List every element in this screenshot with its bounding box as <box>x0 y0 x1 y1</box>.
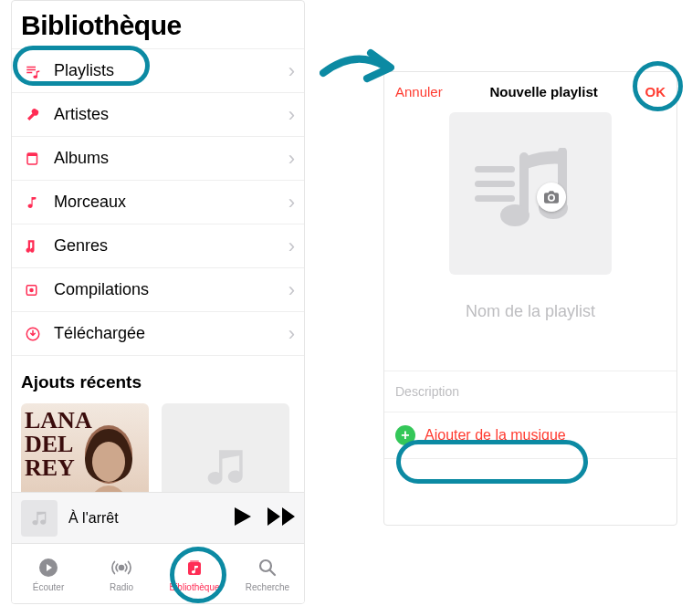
add-music-button[interactable]: + Ajouter de la musique <box>384 412 676 458</box>
search-icon <box>257 555 278 580</box>
row-label: Morceaux <box>54 193 126 212</box>
svg-rect-15 <box>475 195 515 202</box>
now-playing-bar[interactable]: À l'arrêt <box>12 492 304 543</box>
new-playlist-modal: Annuler Nouvelle playlist OK Nom de la p… <box>383 71 677 526</box>
svg-rect-10 <box>190 560 199 562</box>
modal-title: Nouvelle playlist <box>489 84 597 99</box>
playlist-cover-placeholder[interactable] <box>449 112 612 275</box>
chevron-right-icon: › <box>288 278 295 302</box>
radio-icon <box>110 555 133 580</box>
recents-title: Ajouts récents <box>12 356 304 403</box>
chevron-right-icon: › <box>288 322 295 346</box>
svg-point-8 <box>119 565 125 571</box>
library-category-list: Playlists › Artistes › Albums › Morceaux… <box>12 48 304 356</box>
cancel-button[interactable]: Annuler <box>395 84 443 99</box>
tab-search[interactable]: Recherche <box>231 544 304 603</box>
row-downloaded[interactable]: Téléchargée › <box>12 312 304 356</box>
music-note-icon <box>200 442 251 493</box>
library-screen: Bibliothèque Playlists › Artistes › Albu… <box>11 0 305 604</box>
playlist-name-input[interactable]: Nom de la playlist <box>466 302 595 321</box>
tab-bar: Écouter Radio Bibliothèque Recherche <box>12 543 304 603</box>
chevron-right-icon: › <box>288 235 295 258</box>
divider <box>384 458 676 459</box>
row-label: Artistes <box>54 105 109 124</box>
arrow-annotation <box>320 40 394 91</box>
svg-rect-14 <box>475 181 515 187</box>
tab-radio[interactable]: Radio <box>85 544 158 603</box>
row-label: Compilations <box>54 280 149 299</box>
svg-point-16 <box>500 204 529 226</box>
playlist-icon <box>21 63 45 79</box>
row-genres[interactable]: Genres › <box>12 224 304 268</box>
fast-forward-button[interactable] <box>267 507 295 529</box>
tab-listen[interactable]: Écouter <box>12 544 85 603</box>
music-note-icon <box>21 194 45 211</box>
row-compilations[interactable]: Compilations › <box>12 268 304 312</box>
row-playlists[interactable]: Playlists › <box>12 49 304 93</box>
chevron-right-icon: › <box>288 103 295 127</box>
album-icon <box>21 151 45 167</box>
modal-header: Annuler Nouvelle playlist OK <box>384 72 676 109</box>
chevron-right-icon: › <box>288 147 295 171</box>
row-label: Albums <box>54 149 109 168</box>
row-label: Téléchargée <box>54 324 145 343</box>
guitar-icon <box>21 238 45 255</box>
page-title: Bibliothèque <box>12 1 304 48</box>
tab-library[interactable]: Bibliothèque <box>158 544 231 603</box>
svg-rect-1 <box>27 153 37 156</box>
compilation-icon <box>21 282 45 298</box>
description-input[interactable]: Description <box>384 371 676 412</box>
row-artists[interactable]: Artistes › <box>12 93 304 137</box>
tab-label: Bibliothèque <box>169 582 219 592</box>
chevron-right-icon: › <box>288 191 295 214</box>
tab-label: Écouter <box>33 582 64 592</box>
download-icon <box>21 326 45 342</box>
library-icon <box>183 555 205 580</box>
tab-label: Radio <box>110 582 133 592</box>
svg-rect-13 <box>475 166 515 172</box>
now-playing-thumbnail <box>21 500 58 537</box>
row-songs[interactable]: Morceaux › <box>12 181 304 224</box>
playlist-body: Nom de la playlist Description + Ajouter… <box>384 109 676 459</box>
camera-button[interactable] <box>537 183 566 212</box>
row-label: Genres <box>54 236 108 256</box>
camera-icon <box>544 191 559 204</box>
svg-point-3 <box>29 287 34 292</box>
tab-label: Recherche <box>246 582 289 592</box>
ok-button[interactable]: OK <box>645 84 666 99</box>
svg-line-12 <box>270 570 275 575</box>
svg-point-11 <box>260 560 271 571</box>
now-playing-status: À l'arrêt <box>68 510 119 527</box>
add-music-label: Ajouter de la musique <box>425 427 566 444</box>
play-button[interactable] <box>235 507 251 529</box>
row-label: Playlists <box>54 61 114 80</box>
music-notes-icon <box>471 148 590 239</box>
row-albums[interactable]: Albums › <box>12 137 304 181</box>
music-note-icon <box>29 508 49 528</box>
plus-icon: + <box>395 425 415 445</box>
svg-point-6 <box>92 442 125 482</box>
microphone-icon <box>21 107 45 123</box>
chevron-right-icon: › <box>288 59 295 83</box>
play-circle-icon <box>37 555 59 580</box>
